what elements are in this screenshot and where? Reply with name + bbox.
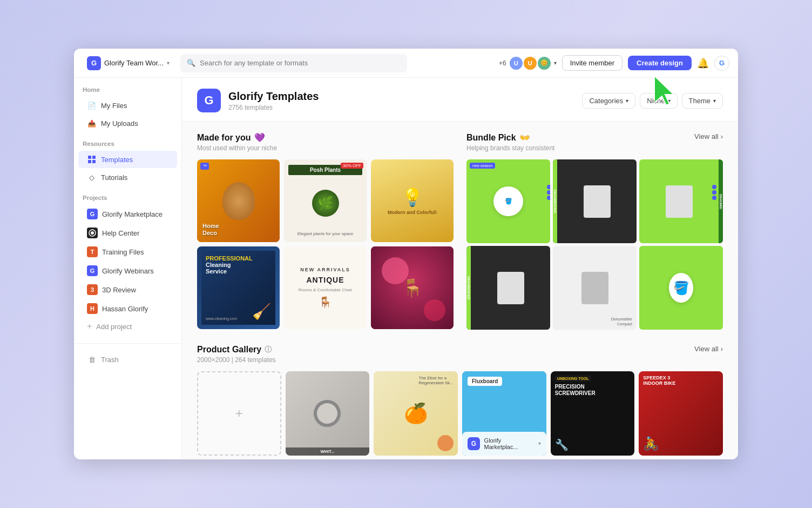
sidebar-projects-section: Projects G Glorify Marketplace Help Cent… — [74, 195, 181, 335]
template-card-pink-chair[interactable]: 🪑 — [371, 246, 454, 329]
arrow-right-icon: › — [721, 345, 723, 353]
glorify-brand-icon: G — [197, 89, 221, 112]
sidebar-bottom: 🗑 Trash — [74, 343, 181, 375]
sidebar-item-hassan-glorify[interactable]: H Hassan Glorify — [78, 299, 177, 318]
topbar-right: +6 U U 😊 ▾ Invite member Create design 🔔… — [499, 55, 729, 71]
info-icon: ⓘ — [265, 345, 272, 355]
workspace-name: Glorify Team Wor... — [104, 59, 164, 67]
sidebar-item-tutorials[interactable]: ◇ Tutorials — [78, 169, 177, 186]
sidebar-item-trash[interactable]: 🗑 Trash — [78, 351, 177, 368]
content-title-block: Glorify Templates 2756 templates — [228, 90, 319, 111]
project-icon-hassan: H — [87, 303, 98, 314]
add-icon: + — [235, 406, 243, 421]
content-body: Made for you 💜 Most used within your nic… — [182, 122, 738, 459]
sidebar-item-help-center[interactable]: Help Center — [78, 224, 177, 242]
product-card-fluxboard[interactable]: Fluxboard G Glorify Marketplac... ▾ — [462, 371, 546, 456]
main-layout: Home 📄 My Files 📤 My Uploads Resources — [74, 78, 738, 459]
two-col-layout: Made for you 💜 Most used within your nic… — [197, 132, 723, 330]
search-bar[interactable]: 🔍 — [180, 54, 407, 72]
content-header-left: G Glorify Templates 2756 templates — [197, 89, 319, 112]
sidebar-item-3d-review[interactable]: 3 3D Review — [78, 280, 177, 299]
template-card-antique[interactable]: NEW ARRIVALS ANTIQUE Rooms & Comfortable… — [284, 246, 367, 329]
theme-filter-button[interactable]: Theme ▾ — [682, 93, 723, 109]
sidebar-home-section: Home 📄 My Files 📤 My Uploads — [74, 86, 181, 132]
chevron-down-icon: ▾ — [626, 98, 628, 104]
bundle-card-2[interactable]: DEHUMIDIFIER — [553, 159, 637, 243]
template-count: 2756 templates — [228, 104, 319, 111]
avatar-group: +6 U U 😊 ▾ — [499, 56, 557, 71]
made-for-you-title-block: Made for you 💜 Most used within your nic… — [197, 132, 277, 152]
bundle-card-1[interactable]: 🪣 new season — [466, 159, 550, 243]
project-icon-glorify: G — [87, 209, 98, 219]
svg-rect-1 — [92, 156, 96, 159]
avatar: 😊 — [537, 56, 552, 71]
notification-icon[interactable]: 🔔 — [697, 57, 709, 69]
bundle-card-6[interactable]: 🪣 — [639, 246, 723, 330]
made-for-you-section: Made for you 💜 Most used within your nic… — [197, 132, 454, 330]
workspace-icon: G — [87, 56, 101, 70]
bundle-pick-title-block: Bundle Pick 👐 Helping brands stay consis… — [466, 132, 554, 152]
heart-emoji: 💜 — [254, 132, 265, 143]
sidebar-item-training-files[interactable]: T Training Files — [78, 243, 177, 261]
gm-icon-small: G — [468, 437, 480, 450]
sidebar-item-my-files[interactable]: 📄 My Files — [78, 97, 177, 114]
categories-filter-button[interactable]: Categories ▾ — [582, 93, 635, 109]
svg-point-5 — [91, 231, 94, 235]
chevron-down-icon: ▾ — [668, 98, 671, 104]
made-for-you-title: Made for you 💜 — [197, 132, 277, 143]
bundle-card-4[interactable]: DEHUMIDIFIER — [466, 246, 550, 330]
bundle-pick-header: Bundle Pick 👐 Helping brands stay consis… — [466, 132, 723, 152]
product-card-add[interactable]: + — [197, 371, 281, 456]
niche-filter-button[interactable]: Niche ▾ — [640, 93, 677, 109]
bundle-pick-grid: 🪣 new season DEHUMIDIFIER — [466, 159, 723, 330]
search-input[interactable] — [200, 59, 401, 67]
invite-member-button[interactable]: Invite member — [562, 55, 622, 71]
product-card-screwdriver[interactable]: UNBOXING TOOL PRECISIONSCREWDRIVER 🔧 — [551, 371, 635, 456]
template-card-posh-plants[interactable]: Posh Plants 🌿 Elegant plants for your sp… — [284, 159, 367, 242]
bundle-card-5[interactable]: DehumidifierCompact — [553, 246, 637, 330]
filter-row: Categories ▾ Niche ▾ Theme ▾ — [582, 93, 723, 109]
product-card-citrus[interactable]: 🍊 The Elixir for aRegenerated Sk... — [374, 371, 458, 456]
workspace-selector[interactable]: G Glorify Team Wor... ▾ — [83, 54, 174, 72]
avatar-count: +6 — [499, 59, 506, 67]
project-icon-help — [87, 228, 98, 238]
tutorials-icon: ◇ — [87, 172, 97, 182]
add-project-button[interactable]: + Add project — [78, 318, 177, 335]
google-icon[interactable]: G — [714, 56, 729, 71]
made-for-you-subtitle: Most used within your niche — [197, 144, 277, 152]
product-gallery-subtitle: 2000×2000 | 264 templates — [197, 356, 276, 364]
product-card-bike[interactable]: SPEEDEX 3INDOOR BIKE 🚴 — [639, 371, 723, 456]
create-design-button[interactable]: Create design — [628, 56, 692, 70]
sale-badge: 30% OFF — [341, 163, 363, 169]
chevron-down-icon: ▾ — [713, 98, 716, 104]
bundle-pick-title: Bundle Pick 👐 — [466, 132, 554, 143]
product-gallery-title: Product Gallery ⓘ — [197, 345, 276, 355]
template-card-lamp[interactable]: 💡 Modern and Colorful! — [371, 159, 454, 242]
sidebar-item-templates[interactable]: Templates — [78, 151, 177, 168]
avatar-dropdown-icon[interactable]: ▾ — [554, 60, 557, 66]
product-gallery-grid: + WHIT... 🍊 — [197, 371, 723, 456]
bundle-pick-section: Bundle Pick 👐 Helping brands stay consis… — [466, 132, 723, 330]
template-card-home-deco[interactable]: HomeDeco ™ — [197, 159, 280, 242]
sidebar-item-my-uploads[interactable]: 📤 My Uploads — [78, 115, 177, 132]
svg-rect-3 — [92, 160, 96, 163]
file-icon: 📄 — [87, 101, 97, 110]
avatar: U — [509, 56, 524, 71]
upload-icon: 📤 — [87, 118, 97, 128]
bundle-emoji: 👐 — [519, 132, 530, 143]
sidebar: Home 📄 My Files 📤 My Uploads Resources — [74, 78, 182, 459]
badge: ™ — [200, 163, 209, 170]
bundle-card-3[interactable]: DEHUMID — [639, 159, 723, 243]
product-card-ring[interactable]: WHIT... — [286, 371, 370, 456]
project-icon-training: T — [87, 246, 98, 257]
sidebar-item-glorify-marketplace[interactable]: G Glorify Marketplace — [78, 205, 177, 223]
svg-rect-0 — [88, 156, 91, 159]
product-gallery-view-all-button[interactable]: View all › — [694, 345, 723, 353]
sidebar-home-label: Home — [74, 86, 181, 96]
template-card-cleaning[interactable]: PROFESSIONAL Cleaning Service 🧹 www.clea… — [197, 246, 280, 329]
sidebar-item-glorify-webinars[interactable]: G Glorify Webinars — [78, 262, 177, 280]
bundle-pick-view-all-button[interactable]: View all › — [694, 132, 723, 141]
sidebar-projects-label: Projects — [74, 195, 181, 204]
svg-rect-2 — [88, 160, 91, 163]
made-for-you-grid: HomeDeco ™ Posh Plants 🌿 Elegant plants … — [197, 159, 454, 329]
